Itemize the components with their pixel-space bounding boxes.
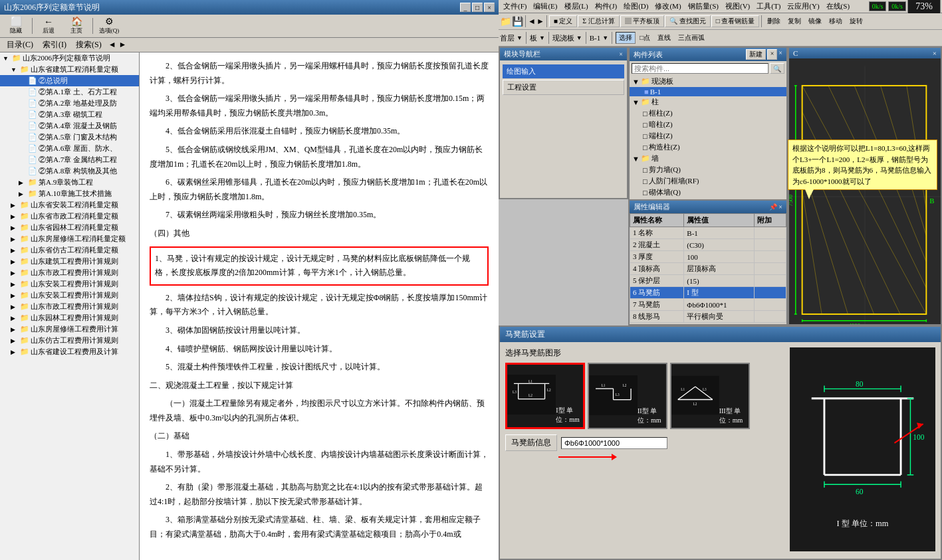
search-input[interactable]	[632, 63, 768, 74]
cad-menu-component[interactable]: 构件(J)	[592, 1, 621, 12]
btn-move[interactable]: 移动	[826, 15, 846, 27]
search-btn[interactable]: 🔍	[770, 63, 784, 74]
rebar-shape-III[interactable]: L1 L3 L2 III型 单位：mm	[670, 363, 750, 429]
prop-value-1[interactable]: B-1	[684, 227, 755, 239]
tree-a2[interactable]: 📄 ②第A.2章 地基处理及防	[0, 98, 139, 109]
left-menubar: 目录(C) 索引(I) 搜索(S) ◄ ►	[0, 38, 499, 52]
rebar-shape-II[interactable]: L1 L2 L3 II型 单位：mm	[588, 363, 667, 429]
tree-fee8[interactable]: ▶ 📁 山东仿古工程费用计算规则	[0, 335, 139, 346]
prop-row-6[interactable]: 6 马凳筋 I 型	[630, 287, 786, 299]
new-component-btn[interactable]: 新建	[746, 49, 766, 60]
comp-b1[interactable]: ■ B-1	[630, 87, 786, 96]
tree-municipal[interactable]: ▶ 📁 山东省市政工程消耗量定额	[0, 211, 139, 222]
nav-left-btn[interactable]: ◄	[108, 40, 116, 50]
btn-find[interactable]: 🔍 查找图元	[665, 15, 711, 27]
tree-root[interactable]: ▼ 📁 山东2006序列定额章节说明	[0, 52, 139, 64]
prop-value-4[interactable]: 层顶标高	[684, 263, 755, 275]
tree-install[interactable]: ▶ 📁 山东省安装工程消耗量定额	[0, 199, 139, 211]
tree-repair[interactable]: ▶ 📁 山东房屋修缮工程消耗量定额	[0, 233, 139, 244]
comp-walls-folder[interactable]: ▼ 📁 墙	[630, 153, 786, 164]
tree-fee6[interactable]: ▶ 📁 山东园林工程费用计算规则	[0, 312, 139, 324]
prop-value-8[interactable]: 平行横向受	[684, 311, 755, 323]
cad-menu-edit[interactable]: 编辑(E)	[530, 1, 560, 12]
tree-a5[interactable]: 📄 ②第A.5章 门窗及木结构	[0, 132, 139, 143]
rebar-info-label-btn[interactable]: 马凳筋信息	[505, 434, 557, 451]
tree-shandong-building[interactable]: ▼ 📁 山东省建筑工程消耗量定额	[0, 64, 139, 75]
comp-columns-folder[interactable]: ▼ 📁 柱	[630, 96, 786, 108]
maximize-btn[interactable]: □	[472, 3, 483, 12]
cad-menu-cloud[interactable]: 云应用(Y)	[784, 1, 822, 12]
cad-menu-rebar[interactable]: 钢筋量(S)	[685, 1, 722, 12]
cad-menu-online[interactable]: 在线(S)	[823, 1, 853, 12]
btn-mirror[interactable]: 镜像	[805, 15, 825, 27]
prop-value-3[interactable]: 100	[684, 251, 755, 263]
prop-close-btn[interactable]: ×	[778, 203, 782, 211]
module-project-settings[interactable]: 工程设置	[503, 80, 624, 95]
comp-slabs-folder[interactable]: ▼ 📁 现浇板	[630, 76, 786, 87]
comp-shear-wall[interactable]: □ 剪力墙(Q)	[630, 164, 786, 175]
comp-masonry-wall[interactable]: □ 砌体墙(Q)	[630, 187, 786, 198]
tab-search[interactable]: 搜索(S)	[72, 38, 106, 52]
tab-toc[interactable]: 目录(C)	[3, 38, 37, 52]
rebar-shape-I[interactable]: L1 L2 L3 L2 I型 单位：mm	[505, 363, 585, 429]
tree-a8[interactable]: 📄 ②第A.8章 构筑物及其他	[0, 165, 139, 177]
tab-index[interactable]: 索引(I)	[39, 38, 70, 52]
home-btn[interactable]: 🏠 主页	[63, 16, 90, 36]
btn-copy[interactable]: 复制	[784, 15, 804, 27]
btn-sigma[interactable]: Σ 汇总计算	[578, 15, 619, 27]
cad-menu-tool[interactable]: 工具(T)	[753, 1, 784, 12]
tree-fee2[interactable]: ▶ 📁 山东市政工程费用计算规则	[0, 267, 139, 278]
cad-menu-file[interactable]: 文件(F)	[500, 1, 530, 12]
tree-fee1[interactable]: ▶ 📁 山东建筑工程费用计算规则	[0, 256, 139, 267]
tree-a1[interactable]: 📄 ②第A.1章 土、石方工程	[0, 86, 139, 98]
tree-a7[interactable]: 📄 ②第A.7章 金属结构工程	[0, 154, 139, 165]
btn-point[interactable]: □点	[636, 32, 653, 44]
btn-view-rebar[interactable]: □ 查看钢筋量	[711, 15, 760, 27]
tree-fee5[interactable]: ▶ 📁 山东市政工程费用计算规则	[0, 301, 139, 312]
prop-pin-btn[interactable]: 📌	[769, 203, 777, 211]
tree-a3[interactable]: 📄 ②第A.3章 砌筑工程	[0, 109, 139, 120]
tree-fee4[interactable]: ▶ 📁 山东安装工程费用计算规则	[0, 290, 139, 301]
tree-garden[interactable]: ▶ 📁 山东省园林工程消耗量定额	[0, 222, 139, 233]
del-component-btn[interactable]: ×	[767, 49, 778, 60]
cad-menu-draw[interactable]: 绘图(D)	[620, 1, 651, 12]
comp-frame-col[interactable]: □ 框柱(Z)	[630, 108, 786, 119]
tree-a10[interactable]: ▶ 📁 第A.10章施工技术措施	[0, 188, 139, 199]
tree-antique[interactable]: ▶ 📁 山东省仿古工程消耗量定额	[0, 244, 139, 256]
btn-rotate[interactable]: 旋转	[846, 15, 866, 27]
tree-summary[interactable]: 📄 ②总说明	[0, 75, 139, 86]
comp-hidden-col[interactable]: □ 暗柱(Z)	[630, 119, 786, 130]
cad-menu-modify[interactable]: 修改(M)	[651, 1, 684, 12]
hide-btn[interactable]: ⬜ 隐藏	[3, 16, 29, 36]
tree-fee7[interactable]: ▶ 📁 山东房屋修缮工程费用计算	[0, 324, 139, 335]
comp-civil-wall[interactable]: □ 人防门框墙(RF)	[630, 175, 786, 187]
close-btn[interactable]: ×	[484, 3, 495, 12]
tree-a9[interactable]: ▶ 📁 第A.9章装饰工程	[0, 177, 139, 188]
btn-delete[interactable]: 删除	[764, 15, 784, 27]
btn-line[interactable]: 直线	[654, 32, 674, 44]
tree-fee3[interactable]: ▶ 📁 山东安装工程费用计算规则	[0, 278, 139, 290]
tree-fee9[interactable]: ▶ 📁 山东省建设工程费用及计算	[0, 346, 139, 357]
minimize-btn[interactable]: _	[460, 3, 471, 12]
options-btn[interactable]: ⚙ 选项(Q)	[96, 16, 122, 36]
module-draw-input[interactable]: 绘图输入	[503, 64, 624, 78]
btn-level[interactable]: ▤ 平齐板顶	[620, 15, 665, 27]
comp-list-close[interactable]: ×	[778, 49, 782, 60]
prop-value-2[interactable]: (C30)	[684, 239, 755, 251]
cad-menu-floor[interactable]: 楼层(L)	[561, 1, 592, 12]
prop-value-5[interactable]: (15)	[684, 275, 755, 287]
prop-value-7[interactable]: Φb6Φ1000*1	[684, 299, 755, 311]
back-btn[interactable]: ← 后退	[35, 16, 62, 36]
rebar-info-input[interactable]	[561, 437, 667, 449]
prop-value-6[interactable]: I 型	[684, 287, 755, 299]
nav-right-btn[interactable]: ►	[119, 40, 127, 50]
cad-menu-view[interactable]: 视图(V)	[722, 1, 753, 12]
comp-struct-col[interactable]: □ 构造柱(Z)	[630, 141, 786, 153]
tree-a6[interactable]: 📄 ②第A.6章 屋面、防水、	[0, 143, 139, 154]
module-nav-close[interactable]: ×	[619, 50, 623, 58]
btn-select[interactable]: 选择	[616, 32, 636, 44]
tree-a4[interactable]: 📄 ②第A.4章 混凝土及钢筋	[0, 120, 139, 132]
btn-arc[interactable]: 三点画弧	[675, 32, 708, 44]
btn-define[interactable]: ■ 定义	[549, 15, 578, 27]
comp-end-col[interactable]: □ 端柱(Z)	[630, 130, 786, 141]
